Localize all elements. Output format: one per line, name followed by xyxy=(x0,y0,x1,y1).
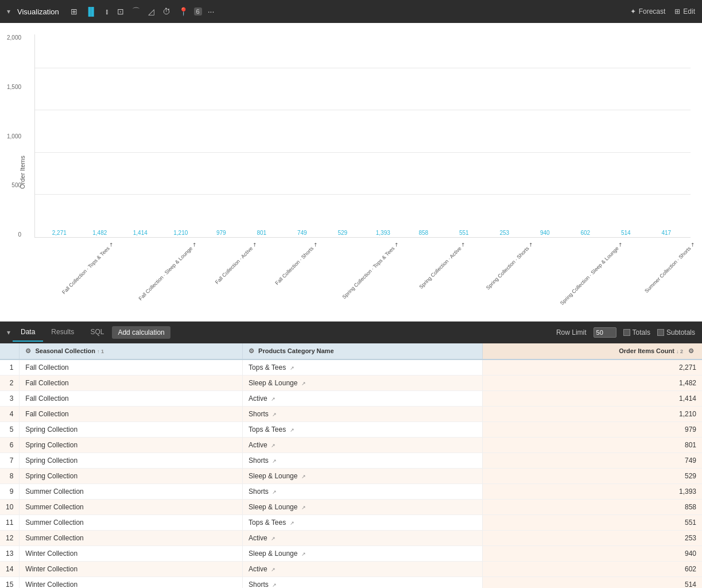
bar-group-12[interactable]: 940 xyxy=(526,230,564,237)
table-row[interactable]: 7Spring CollectionShorts ↗749 xyxy=(0,453,702,469)
bar-group-15[interactable]: 417 xyxy=(648,230,685,237)
subtotals-checkbox[interactable] xyxy=(657,329,664,336)
cell-category-3: Shorts ↗ xyxy=(243,407,483,422)
bar-group-0[interactable]: 2,271 xyxy=(41,230,78,237)
trend-icon-9: ↗ xyxy=(301,505,306,510)
trend-icon-5: ↗ xyxy=(271,443,276,448)
category-gear-icon[interactable]: ⚙ xyxy=(249,347,254,354)
forecast-button[interactable]: ✦ Forecast xyxy=(630,7,666,16)
badge-6[interactable]: 6 xyxy=(194,7,202,16)
line-chart-icon[interactable]: ⌒ xyxy=(130,5,142,18)
bar-group-3[interactable]: 1,210 xyxy=(162,230,200,237)
bar-value-6: 749 xyxy=(297,230,307,236)
x-label-9: Summer Collection · Sleep & Lounge ↗ xyxy=(696,238,702,247)
x-label-text-2: Fall Collection · Active ↗ xyxy=(214,241,258,285)
cell-count-11: 253 xyxy=(482,531,702,546)
table-row[interactable]: 12Summer CollectionActive ↗253 xyxy=(0,531,702,546)
y-axis-labels: 2,000 1,500 1,000 500 0 xyxy=(7,34,21,238)
bar-group-2[interactable]: 1,414 xyxy=(122,230,159,237)
table-row[interactable]: 11Summer CollectionTops & Tees ↗551 xyxy=(0,515,702,531)
row-number-7: 8 xyxy=(0,469,20,484)
order-items-count-label: Order Items Count xyxy=(619,347,674,354)
totals-checkbox[interactable] xyxy=(623,329,630,336)
seasonal-collection-gear-icon[interactable]: ⚙ xyxy=(25,347,31,354)
seasonal-collection-sort-icon[interactable]: ↑ 1 xyxy=(97,349,104,354)
table-row[interactable]: 2Fall CollectionSleep & Lounge ↗1,482 xyxy=(0,376,702,391)
cell-count-2: 1,414 xyxy=(482,391,702,407)
cell-count-8: 1,393 xyxy=(482,484,702,500)
x-label-3: Fall Collection · Shorts ↗ xyxy=(257,238,315,247)
cell-category-0: Tops & Tees ↗ xyxy=(243,359,483,376)
table-row[interactable]: 4Fall CollectionShorts ↗1,210 xyxy=(0,407,702,422)
data-panel-dropdown-icon[interactable]: ▾ xyxy=(7,328,10,336)
cell-category-2: Active ↗ xyxy=(243,391,483,407)
col-order-items-count: Order Items Count ↓ 2 ⚙ xyxy=(482,343,702,359)
trend-icon-4: ↗ xyxy=(290,427,294,433)
table-row[interactable]: 15Winter CollectionShorts ↗514 xyxy=(0,577,702,589)
bar-group-6[interactable]: 749 xyxy=(284,230,321,237)
cell-category-7: Sleep & Lounge ↗ xyxy=(243,469,483,484)
visualization-title: Visualization xyxy=(17,7,59,16)
bar-value-1: 1,482 xyxy=(92,230,107,236)
table-row[interactable]: 6Spring CollectionActive ↗801 xyxy=(0,438,702,453)
bar-group-5[interactable]: 801 xyxy=(243,230,281,237)
row-num-header xyxy=(0,343,20,359)
chart-container: Order Items 2,000 1,500 1,000 500 0 2,27… xyxy=(0,23,702,322)
gridline-1000 xyxy=(35,152,691,153)
bar-group-13[interactable]: 602 xyxy=(567,230,604,237)
gridline-2000 xyxy=(35,68,691,68)
bar-group-1[interactable]: 1,482 xyxy=(82,230,119,237)
bar-group-10[interactable]: 551 xyxy=(445,230,483,237)
table-row[interactable]: 13Winter CollectionSleep & Lounge ↗940 xyxy=(0,546,702,562)
bar-value-10: 551 xyxy=(459,230,469,236)
bar-value-12: 940 xyxy=(540,230,550,236)
x-label-8: Summer Collection · Shorts ↗ xyxy=(623,238,692,247)
bar-group-7[interactable]: 529 xyxy=(324,230,362,237)
order-items-sort-icon[interactable]: ↓ 2 xyxy=(676,349,683,354)
bar-chart-icon[interactable]: ▐▌ xyxy=(83,6,99,17)
table-row[interactable]: 8Spring CollectionSleep & Lounge ↗529 xyxy=(0,469,702,484)
y-label-1000: 1,000 xyxy=(7,133,21,140)
time-icon[interactable]: ⏱ xyxy=(160,6,173,17)
data-table-wrapper: ⚙ Seasonal Collection ↑ 1 ⚙ Products Cat… xyxy=(0,343,702,588)
table-row[interactable]: 3Fall CollectionActive ↗1,414 xyxy=(0,391,702,407)
area-chart-icon[interactable]: ◿ xyxy=(146,6,157,17)
edit-button[interactable]: ⊞ Edit xyxy=(674,7,695,16)
row-limit-input[interactable] xyxy=(594,327,616,338)
y-label-500: 500 xyxy=(11,182,21,188)
bar-group-14[interactable]: 514 xyxy=(607,230,645,237)
table-row[interactable]: 9Summer CollectionShorts ↗1,393 xyxy=(0,484,702,500)
tab-sql[interactable]: SQL xyxy=(82,323,112,342)
add-calculation-button[interactable]: Add calculation xyxy=(112,326,170,339)
edit-label: Edit xyxy=(683,7,695,16)
cell-seasonal-0: Fall Collection xyxy=(20,359,243,376)
table-row[interactable]: 5Spring CollectionTops & Tees ↗979 xyxy=(0,422,702,438)
scatter-icon[interactable]: ⊡ xyxy=(115,6,126,17)
table-row[interactable]: 10Summer CollectionSleep & Lounge ↗858 xyxy=(0,500,702,515)
trend-icon-8: ↗ xyxy=(272,489,277,495)
cell-category-5: Active ↗ xyxy=(243,438,483,453)
column-chart-icon[interactable]: ⫾ xyxy=(103,6,111,17)
table-row[interactable]: 14Winter CollectionActive ↗602 xyxy=(0,562,702,577)
tab-data[interactable]: Data xyxy=(13,323,43,342)
more-icon[interactable]: ··· xyxy=(205,6,217,17)
cell-count-10: 551 xyxy=(482,515,702,531)
visualization-dropdown-icon[interactable]: ▾ xyxy=(7,7,10,16)
cell-count-14: 514 xyxy=(482,577,702,589)
pin-icon[interactable]: 📍 xyxy=(176,6,191,17)
totals-checkbox-label[interactable]: Totals xyxy=(623,328,650,336)
subtotals-checkbox-label[interactable]: Subtotals xyxy=(657,328,695,336)
bar-group-9[interactable]: 858 xyxy=(405,230,443,237)
bar-group-8[interactable]: 1,393 xyxy=(364,230,402,237)
bar-value-3: 1,210 xyxy=(173,230,188,236)
x-label-text-0: Fall Collection · Tops & Tees ↗ xyxy=(61,241,115,295)
cell-category-6: Shorts ↗ xyxy=(243,453,483,469)
tab-results[interactable]: Results xyxy=(43,323,82,342)
subtotals-label: Subtotals xyxy=(666,328,695,336)
order-items-gear-icon[interactable]: ⚙ xyxy=(688,347,694,354)
table-row[interactable]: 1Fall CollectionTops & Tees ↗2,271 xyxy=(0,359,702,376)
table-view-icon[interactable]: ⊞ xyxy=(68,6,80,17)
bar-group-4[interactable]: 979 xyxy=(203,230,240,237)
bar-group-11[interactable]: 253 xyxy=(486,230,523,237)
trend-icon-6: ↗ xyxy=(272,458,277,464)
